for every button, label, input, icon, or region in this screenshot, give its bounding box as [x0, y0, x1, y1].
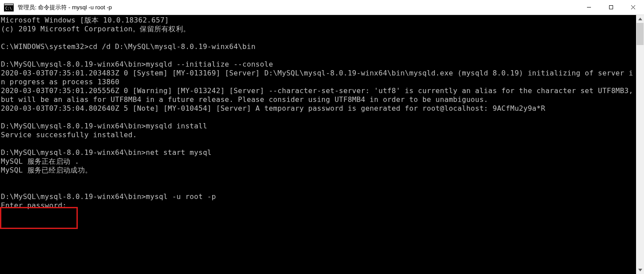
terminal-line: [1, 139, 635, 148]
window-titlebar: C:\ 管理员: 命令提示符 - mysql -u root -p: [0, 0, 644, 15]
terminal-line: D:\MySQL\mysql-8.0.19-winx64\bin>net sta…: [1, 148, 635, 157]
terminal-line: Microsoft Windows [版本 10.0.18362.657]: [1, 16, 635, 25]
scroll-up-arrow[interactable]: [636, 15, 644, 23]
svg-marker-7: [638, 18, 642, 20]
terminal-line: C:\WINDOWS\system32>cd /d D:\MySQL\mysql…: [1, 42, 635, 51]
terminal-wrap: Microsoft Windows [版本 10.0.18362.657](c)…: [0, 15, 644, 274]
minimize-button[interactable]: [578, 0, 600, 15]
terminal-line: Service successfully installed.: [1, 131, 635, 139]
svg-rect-4: [609, 6, 613, 9]
vertical-scrollbar[interactable]: [636, 15, 644, 274]
maximize-button[interactable]: [600, 0, 622, 15]
svg-rect-1: [4, 4, 13, 5]
terminal-line: [1, 113, 635, 122]
terminal-output[interactable]: Microsoft Windows [版本 10.0.18362.657](c)…: [0, 15, 636, 274]
cmd-icon: C:\: [3, 3, 15, 12]
close-button[interactable]: [622, 0, 644, 15]
terminal-line: D:\MySQL\mysql-8.0.19-winx64\bin>mysql -…: [1, 192, 635, 201]
terminal-line: MySQL 服务正在启动 .: [1, 157, 635, 166]
svg-marker-8: [638, 269, 642, 271]
scroll-down-arrow[interactable]: [636, 266, 644, 274]
window-title: 管理员: 命令提示符 - mysql -u root -p: [18, 4, 112, 11]
scroll-thumb[interactable]: [636, 23, 644, 45]
terminal-line: (c) 2019 Microsoft Corporation。保留所有权利。: [1, 25, 635, 34]
terminal-line: [1, 34, 635, 42]
terminal-line: D:\MySQL\mysql-8.0.19-winx64\bin>mysqld …: [1, 122, 635, 131]
svg-text:C:\: C:\: [5, 7, 12, 11]
terminal-line: Enter password:: [1, 201, 635, 210]
terminal-line: [1, 175, 635, 184]
terminal-line: D:\MySQL\mysql-8.0.19-winx64\bin>mysqld …: [1, 60, 635, 69]
terminal-line: MySQL 服务已经启动成功。: [1, 166, 635, 175]
terminal-line: [1, 184, 635, 192]
titlebar-left: C:\ 管理员: 命令提示符 - mysql -u root -p: [0, 0, 112, 15]
window-controls: [578, 0, 644, 15]
terminal-line: 2020-03-03T07:35:01.205556Z 0 [Warning] …: [1, 86, 635, 104]
terminal-line: 2020-03-03T07:35:04.802640Z 5 [Note] [MY…: [1, 104, 635, 113]
terminal-line: [1, 51, 635, 60]
scroll-track[interactable]: [636, 23, 644, 266]
terminal-line: 2020-03-03T07:35:01.203483Z 0 [System] […: [1, 69, 635, 86]
